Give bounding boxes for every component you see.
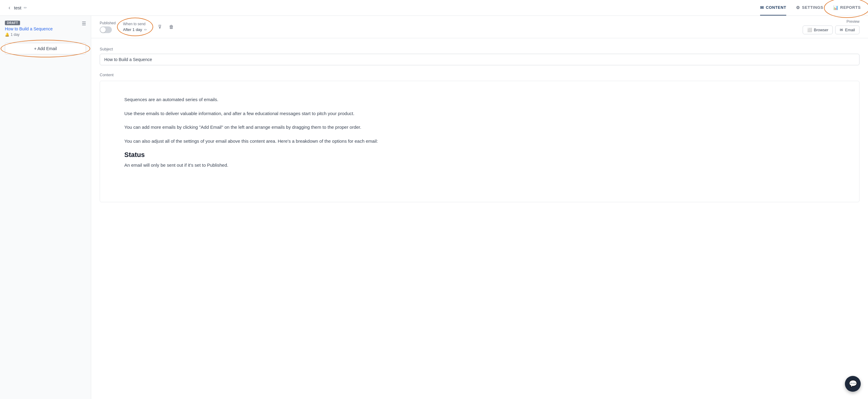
delete-button[interactable]: 🗑: [168, 23, 175, 31]
reports-icon: 📊: [833, 5, 839, 10]
published-label: Published: [100, 21, 116, 25]
settings-tab-wrapper: ⚙ SETTINGS: [796, 0, 823, 15]
content-para-1: Sequences are an automated series of ema…: [124, 96, 835, 104]
sidebar-header: DRAFT How to Build a Sequence 🔔 1 day ☰: [5, 21, 86, 37]
content-tab-wrapper: ✉ CONTENT: [760, 0, 786, 15]
content-heading-status: Status: [124, 151, 835, 159]
content-label: Content: [100, 73, 860, 77]
content-para-5: An email will only be sent out if it's s…: [124, 161, 835, 169]
tab-reports[interactable]: 📊 REPORTS: [833, 0, 861, 15]
settings-icon: ⚙: [796, 5, 800, 10]
content-para-2: Use these emails to deliver valuable inf…: [124, 110, 835, 118]
nav-title: test: [14, 5, 21, 10]
edit-title-icon[interactable]: ✏: [24, 5, 27, 10]
browser-label: Browser: [814, 28, 829, 32]
subject-label: Subject: [100, 47, 860, 51]
tab-settings[interactable]: ⚙ SETTINGS: [796, 0, 823, 15]
top-nav: ‹ test ✏ ✉ CONTENT ⚙ SETTINGS 📊 REP: [0, 0, 868, 16]
when-to-send-oval: [117, 18, 153, 36]
filter-icon: ⊽: [158, 24, 162, 29]
chat-bubble[interactable]: 💬: [845, 376, 861, 392]
browser-icon: ⬜: [807, 28, 812, 32]
content-reports-group: 📊 REPORTS: [833, 0, 861, 15]
email-icon: ✉: [840, 28, 843, 32]
preview-section: Preview ⬜ Browser ✉ Email: [803, 20, 860, 34]
edit-send-time-icon[interactable]: ✏: [144, 28, 147, 32]
when-to-send-text: After 1 day: [123, 27, 142, 32]
main-content: Published When to send After 1 day ✏ ⊽: [91, 16, 868, 399]
email-label: Email: [845, 28, 855, 32]
timing-value: 1 day: [11, 32, 20, 37]
published-toggle[interactable]: [100, 26, 112, 33]
preview-buttons: ⬜ Browser ✉ Email: [803, 26, 860, 34]
toggle-knob: [100, 27, 106, 32]
add-email-button[interactable]: + Add Email: [5, 43, 86, 54]
main-layout: DRAFT How to Build a Sequence 🔔 1 day ☰ …: [0, 16, 868, 399]
sidebar-timing: 🔔 1 day: [5, 32, 53, 37]
sidebar-title-wrap: DRAFT How to Build a Sequence 🔔 1 day: [5, 21, 53, 37]
published-section: Published: [100, 21, 116, 33]
filter-button[interactable]: ⊽: [157, 23, 163, 31]
preview-label: Preview: [846, 20, 860, 24]
bell-icon: 🔔: [5, 32, 9, 37]
toolbar-actions: ⊽ 🗑: [157, 23, 175, 31]
reports-tab-label: REPORTS: [840, 5, 861, 10]
when-to-send-label: When to send: [123, 22, 146, 26]
content-para-4: You can also adjust all of the settings …: [124, 137, 835, 145]
when-to-send-section: When to send After 1 day ✏: [123, 22, 147, 32]
when-to-send-value: After 1 day ✏: [123, 27, 147, 32]
content-para-3: You can add more emails by clicking "Add…: [124, 123, 835, 131]
menu-icon[interactable]: ☰: [82, 21, 86, 26]
top-nav-left: ‹ test ✏: [7, 3, 27, 12]
email-toolbar: Published When to send After 1 day ✏ ⊽: [91, 16, 868, 38]
settings-tab-label: SETTINGS: [802, 5, 823, 10]
add-email-wrapper: + Add Email: [5, 43, 86, 54]
tab-content[interactable]: ✉ CONTENT: [760, 0, 786, 15]
email-preview-button[interactable]: ✉ Email: [835, 26, 860, 34]
content-editor[interactable]: Sequences are an automated series of ema…: [100, 81, 860, 202]
back-button[interactable]: ‹: [7, 3, 11, 12]
browser-preview-button[interactable]: ⬜ Browser: [803, 26, 833, 34]
subject-input[interactable]: [100, 54, 860, 65]
chat-icon: 💬: [849, 380, 857, 388]
draft-badge: DRAFT: [5, 21, 20, 25]
content-tab-label: CONTENT: [766, 5, 786, 10]
email-form: Subject Content Sequences are an automat…: [91, 38, 868, 202]
sequence-title[interactable]: How to Build a Sequence: [5, 26, 53, 31]
reports-tab-wrapper: 📊 REPORTS: [833, 0, 861, 15]
trash-icon: 🗑: [169, 24, 174, 29]
top-nav-tabs: ✉ CONTENT ⚙ SETTINGS 📊 REPORTS: [760, 0, 861, 15]
sidebar: DRAFT How to Build a Sequence 🔔 1 day ☰ …: [0, 16, 91, 399]
content-icon: ✉: [760, 5, 764, 10]
reports-highlight-wrapper: 📊 REPORTS: [833, 0, 861, 15]
